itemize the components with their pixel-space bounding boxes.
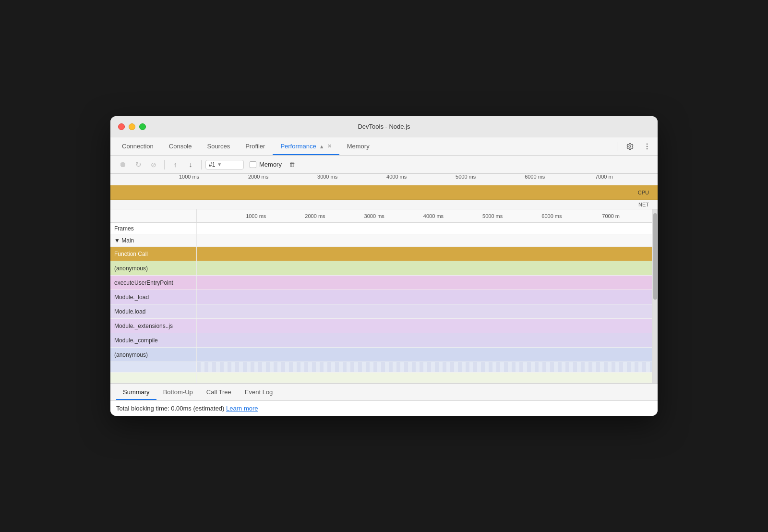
vertical-scrollbar[interactable] (652, 209, 658, 383)
extra-row-2-label (110, 373, 197, 383)
flame-chart-section: 1000 ms 2000 ms 3000 ms 4000 ms 5000 ms … (110, 209, 658, 383)
tab-performance[interactable]: Performance ▲ ✕ (273, 137, 339, 155)
execute-entry-label: executeUserEntryPoint (110, 276, 197, 290)
tab-bar: Connection Console Sources Profiler Perf… (110, 137, 658, 156)
module-compile-bar (197, 333, 652, 347)
tab-right-actions (615, 140, 654, 153)
tick-6000: 6000 ms (525, 174, 545, 180)
ruler-tick-5000: 5000 ms (482, 213, 503, 219)
module-load-2-bar (197, 304, 652, 318)
anonymous-1-row: (anonymous) (110, 261, 658, 276)
tab-profiler[interactable]: Profiler (238, 137, 273, 155)
module-compile-row: Module._compile (110, 333, 658, 348)
tick-3000: 3000 ms (317, 174, 337, 180)
tab-console[interactable]: Console (161, 137, 200, 155)
function-call-label: Function Call (110, 247, 197, 261)
frames-row: Frames (110, 223, 658, 234)
toolbar-divider-2 (201, 160, 202, 169)
traffic-lights (118, 123, 146, 130)
anonymous-1-bar (197, 261, 652, 275)
ruler-left-padding (110, 209, 197, 222)
net-row: NET (110, 200, 658, 209)
tab-connection[interactable]: Connection (114, 137, 161, 155)
svg-point-0 (647, 143, 648, 144)
settings-button[interactable] (623, 140, 636, 153)
more-button[interactable] (640, 140, 654, 153)
ruler-tick-1000: 1000 ms (246, 213, 266, 219)
module-extensions-row: Module._extensions..js (110, 319, 658, 333)
ruler-tick-2000: 2000 ms (305, 213, 325, 219)
bottom-tabs: Summary Bottom-Up Call Tree Event Log (110, 383, 658, 400)
execute-entry-bar (197, 276, 652, 290)
timeline-header: 1000 ms 2000 ms 3000 ms 4000 ms 5000 ms … (110, 174, 658, 185)
ruler-tick-4000: 4000 ms (423, 213, 444, 219)
profile-selector[interactable]: #1 ▼ (205, 160, 244, 169)
main-header-content (197, 234, 652, 246)
refresh-button[interactable]: ↻ (132, 158, 145, 171)
learn-more-link[interactable]: Learn more (226, 405, 258, 412)
module-load-1-label: Module._load (110, 290, 197, 304)
ruler-row: 1000 ms 2000 ms 3000 ms 4000 ms 5000 ms … (110, 209, 658, 223)
toolbar: ⏺ ↻ ⊘ ↑ ↓ #1 ▼ Memory 🗑 (110, 156, 658, 174)
svg-point-2 (647, 148, 648, 149)
maximize-button[interactable] (139, 123, 146, 130)
cpu-row: CPU (110, 185, 658, 200)
record-button[interactable]: ⏺ (116, 158, 130, 171)
function-call-bar (197, 247, 652, 261)
memory-checkbox[interactable] (250, 161, 256, 168)
profile-dropdown-icon: ▼ (217, 162, 222, 167)
ruler-tick-3000: 3000 ms (364, 213, 384, 219)
tab-bottom-up[interactable]: Bottom-Up (156, 384, 200, 400)
tab-call-tree[interactable]: Call Tree (200, 384, 238, 400)
tick-5000: 5000 ms (456, 174, 476, 180)
close-button[interactable] (118, 123, 125, 130)
extra-row-1-label (110, 362, 197, 372)
extra-row-2-bar (197, 373, 652, 383)
anonymous-2-label: (anonymous) (110, 348, 197, 362)
module-extensions-bar (197, 319, 652, 333)
execute-entry-row: executeUserEntryPoint (110, 276, 658, 290)
ruler-ticks: 1000 ms 2000 ms 3000 ms 4000 ms 5000 ms … (197, 209, 652, 222)
net-label: NET (638, 202, 649, 207)
main-header-label: ▼ Main (110, 234, 197, 246)
toolbar-divider-1 (164, 160, 165, 169)
performance-icon: ▲ (319, 144, 324, 149)
devtools-window: DevTools - Node.js Connection Console So… (110, 116, 658, 416)
tick-7000: 7000 m (595, 174, 613, 180)
frames-content (197, 223, 652, 234)
extra-row-2 (110, 373, 658, 383)
ruler-tick-7000: 7000 m (602, 213, 620, 219)
tick-2000: 2000 ms (248, 174, 268, 180)
window-title: DevTools - Node.js (358, 123, 410, 130)
tick-1000: 1000 ms (179, 174, 199, 180)
titlebar: DevTools - Node.js (110, 116, 658, 137)
clear-button[interactable]: ⊘ (147, 158, 160, 171)
status-text: Total blocking time: 0.00ms (estimated) (116, 405, 224, 412)
svg-point-1 (647, 145, 648, 146)
module-compile-label: Module._compile (110, 333, 197, 347)
anonymous-2-bar (197, 348, 652, 362)
module-load-2-row: Module.load (110, 304, 658, 319)
function-call-row: Function Call (110, 247, 658, 261)
scrollbar-thumb[interactable] (653, 213, 657, 300)
tab-performance-close[interactable]: ✕ (327, 143, 332, 149)
memory-checkbox-area: Memory (250, 161, 282, 168)
minimize-button[interactable] (129, 123, 135, 130)
extra-row-1-bar (197, 362, 652, 372)
upload-button[interactable]: ↑ (168, 158, 182, 171)
tab-summary[interactable]: Summary (116, 384, 156, 400)
cpu-label: CPU (638, 190, 649, 195)
tab-separator (617, 142, 617, 151)
ruler-tick-6000: 6000 ms (541, 213, 562, 219)
memory-checkbox-label: Memory (259, 161, 282, 168)
timeline-ticks: 1000 ms 2000 ms 3000 ms 4000 ms 5000 ms … (120, 174, 652, 185)
overview-section: 1000 ms 2000 ms 3000 ms 4000 ms 5000 ms … (110, 174, 658, 209)
module-load-2-label: Module.load (110, 304, 197, 318)
tick-4000: 4000 ms (386, 174, 407, 180)
download-button[interactable]: ↓ (184, 158, 197, 171)
tab-memory[interactable]: Memory (339, 137, 377, 155)
tab-event-log[interactable]: Event Log (238, 384, 280, 400)
profile-label: #1 (209, 161, 215, 168)
delete-button[interactable]: 🗑 (286, 158, 299, 171)
tab-sources[interactable]: Sources (199, 137, 238, 155)
